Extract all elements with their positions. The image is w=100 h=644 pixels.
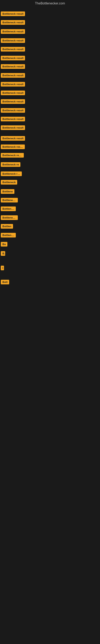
bottleneck-badge-13[interactable]: Bottleneck result bbox=[1, 117, 25, 121]
badge-row-7: Bottleneck result bbox=[1, 64, 25, 69]
bottleneck-badge-9[interactable]: Bottleneck result bbox=[1, 82, 25, 86]
badge-row-21: Bottlene bbox=[1, 189, 14, 194]
badge-row-3: Bottleneck result bbox=[1, 29, 25, 34]
badge-row-9: Bottleneck result bbox=[1, 82, 25, 86]
bottleneck-badge-3[interactable]: Bottleneck result bbox=[1, 29, 25, 34]
bottleneck-badge-24[interactable]: Bottleneck re bbox=[1, 215, 18, 220]
badge-row-25: Bottlen bbox=[1, 224, 13, 228]
badge-row-2: Bottleneck result bbox=[1, 20, 25, 25]
bottleneck-badge-12[interactable]: Bottleneck result bbox=[1, 108, 25, 113]
bottleneck-badge-26[interactable]: Bottleneck bbox=[1, 233, 16, 238]
bottleneck-badge-27[interactable]: Bo bbox=[1, 242, 7, 246]
badge-row-10: Bottleneck result bbox=[1, 90, 25, 95]
bottleneck-badge-25[interactable]: Bottlen bbox=[1, 224, 13, 228]
badge-row-5: Bottleneck result bbox=[1, 47, 25, 52]
badge-row-28: B bbox=[1, 251, 5, 256]
bottleneck-badge-11[interactable]: Bottleneck result bbox=[1, 99, 25, 104]
bottleneck-badge-14[interactable]: Bottleneck result bbox=[1, 126, 25, 130]
badge-row-4: Bottleneck result bbox=[1, 38, 25, 43]
bottleneck-badge-20[interactable]: Bottleneck bbox=[1, 180, 17, 184]
badge-row-24: Bottleneck re bbox=[1, 215, 18, 220]
badge-row-18: Bottleneck re bbox=[1, 162, 20, 167]
badge-row-19: Bottleneck resul bbox=[1, 172, 22, 176]
badge-row-23: Bottlenec bbox=[1, 206, 16, 211]
bottleneck-badge-19[interactable]: Bottleneck resul bbox=[1, 172, 22, 176]
bottleneck-badge-4[interactable]: Bottleneck result bbox=[1, 38, 25, 43]
bottleneck-badge-21[interactable]: Bottlene bbox=[1, 189, 14, 194]
badge-row-11: Bottleneck result bbox=[1, 99, 25, 104]
badge-row-17: Bottleneck result bbox=[1, 153, 24, 158]
badge-row-30: Bott bbox=[1, 280, 9, 284]
badge-row-8: Bottleneck result bbox=[1, 73, 25, 78]
badge-row-12: Bottleneck result bbox=[1, 108, 25, 113]
bottleneck-badge-7[interactable]: Bottleneck result bbox=[1, 64, 25, 69]
badge-row-26: Bottleneck bbox=[1, 233, 16, 238]
bottleneck-badge-6[interactable]: Bottleneck result bbox=[1, 56, 25, 60]
bottleneck-badge-22[interactable]: Bottleneck r bbox=[1, 198, 18, 202]
bottleneck-badge-2[interactable]: Bottleneck result bbox=[1, 20, 25, 25]
bottleneck-badge-17[interactable]: Bottleneck result bbox=[1, 153, 24, 158]
bottleneck-badge-28[interactable]: B bbox=[1, 251, 5, 256]
badge-row-29: I bbox=[1, 266, 4, 270]
badge-row-6: Bottleneck result bbox=[1, 56, 25, 60]
bottleneck-badge-29[interactable]: I bbox=[1, 266, 4, 270]
bottleneck-badge-30[interactable]: Bott bbox=[1, 280, 9, 284]
bottleneck-badge-1[interactable]: Bottleneck result bbox=[1, 12, 25, 16]
badge-row-20: Bottleneck bbox=[1, 180, 17, 184]
bottleneck-badge-18[interactable]: Bottleneck re bbox=[1, 162, 20, 167]
badge-row-1: Bottleneck result bbox=[1, 12, 25, 16]
badge-row-16: Bottleneck result bbox=[1, 144, 25, 149]
bottleneck-badge-10[interactable]: Bottleneck result bbox=[1, 90, 25, 95]
bottleneck-badge-23[interactable]: Bottlenec bbox=[1, 206, 16, 211]
badge-row-13: Bottleneck result bbox=[1, 117, 25, 121]
bottleneck-badge-8[interactable]: Bottleneck result bbox=[1, 73, 25, 78]
badge-row-14: Bottleneck result bbox=[1, 126, 25, 130]
bottleneck-badge-5[interactable]: Bottleneck result bbox=[1, 47, 25, 52]
badge-row-27: Bo bbox=[1, 242, 7, 246]
bottleneck-badge-16[interactable]: Bottleneck result bbox=[1, 144, 25, 149]
site-title: TheBottlenecker.com bbox=[0, 0, 100, 7]
badge-row-22: Bottleneck r bbox=[1, 198, 18, 202]
bottleneck-badge-15[interactable]: Bottleneck result bbox=[1, 136, 25, 141]
badge-row-15: Bottleneck result bbox=[1, 136, 25, 141]
